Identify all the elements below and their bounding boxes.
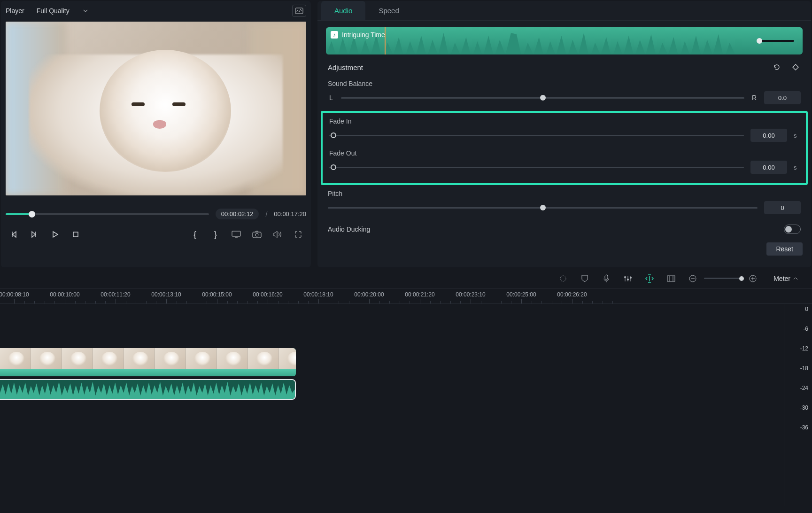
waveform-icon bbox=[326, 27, 803, 54]
scopes-button[interactable] bbox=[292, 5, 306, 17]
sound-balance-label: Sound Balance bbox=[328, 80, 801, 87]
minus-circle-icon bbox=[688, 274, 697, 283]
record-voiceover-button[interactable] bbox=[600, 272, 613, 285]
svg-point-9 bbox=[630, 277, 632, 279]
reset-button[interactable]: Reset bbox=[766, 242, 803, 256]
current-time[interactable]: 00:00:02:12 bbox=[216, 209, 259, 219]
timeline-ruler[interactable]: 00:00:08:1000:00:10:0000:00:11:2000:00:1… bbox=[0, 288, 812, 304]
fullscreen-button[interactable] bbox=[290, 227, 306, 242]
undo-icon bbox=[773, 63, 781, 71]
tab-audio[interactable]: Audio bbox=[321, 1, 365, 20]
prev-frame-button[interactable] bbox=[6, 227, 22, 242]
fade-in-label: Fade In bbox=[329, 117, 799, 125]
music-note-icon: ♪ bbox=[331, 31, 338, 39]
microphone-icon bbox=[603, 274, 610, 283]
audio-clip[interactable] bbox=[0, 379, 296, 400]
fade-out-unit: s bbox=[794, 164, 799, 171]
audio-meter: 0-6-12-18-24-30-36 bbox=[784, 304, 812, 506]
audio-track-name: Intriguing Time bbox=[342, 31, 385, 39]
quality-dropdown[interactable]: Full Quality bbox=[33, 5, 92, 16]
meter-toggle[interactable]: Meter bbox=[773, 275, 798, 282]
svg-rect-1 bbox=[73, 232, 78, 237]
total-duration: 00:00:17:20 bbox=[274, 210, 306, 218]
svg-rect-0 bbox=[295, 8, 303, 14]
meter-tick: -12 bbox=[800, 345, 808, 352]
plus-circle-icon bbox=[749, 274, 757, 283]
fade-out-slider[interactable] bbox=[329, 167, 744, 168]
sparkle-icon bbox=[559, 274, 567, 283]
fade-in-value[interactable]: 0.00 bbox=[750, 129, 787, 142]
fade-in-slider[interactable] bbox=[329, 135, 744, 136]
waveform-icon bbox=[0, 380, 295, 399]
keyframe-button[interactable] bbox=[790, 62, 801, 72]
meter-tick: -24 bbox=[800, 385, 808, 391]
audio-ducking-toggle[interactable] bbox=[784, 225, 801, 234]
ruler-label: 00:00:16:20 bbox=[253, 291, 282, 298]
adjust-clip-button[interactable] bbox=[665, 272, 678, 285]
ruler-label: 00:00:11:20 bbox=[101, 291, 130, 298]
track-end-handle[interactable] bbox=[759, 40, 794, 42]
video-clip[interactable] bbox=[0, 348, 296, 376]
meter-tick: -6 bbox=[803, 326, 808, 332]
audio-ducking-label: Audio Ducking bbox=[328, 225, 370, 233]
render-preview-button[interactable] bbox=[557, 272, 570, 285]
quality-value: Full Quality bbox=[37, 7, 70, 15]
audio-mixer-button[interactable] bbox=[621, 272, 634, 285]
mixer-icon bbox=[624, 275, 632, 282]
stop-button[interactable] bbox=[68, 227, 84, 242]
diamond-icon bbox=[792, 64, 799, 70]
auto-beat-sync-button[interactable] bbox=[643, 272, 656, 285]
ruler-label: 00:00:23:10 bbox=[456, 291, 485, 298]
video-preview[interactable] bbox=[6, 22, 306, 195]
adjustment-heading: Adjustment bbox=[328, 63, 363, 71]
audio-track-chip[interactable]: ♪Intriguing Time bbox=[326, 27, 803, 54]
ruler-label: 00:00:13:10 bbox=[151, 291, 181, 298]
ruler-label: 00:00:20:00 bbox=[354, 291, 384, 298]
reset-adjustment-button[interactable] bbox=[772, 62, 782, 72]
ruler-label: 00:00:21:20 bbox=[405, 291, 434, 298]
fade-in-unit: s bbox=[794, 132, 799, 139]
fade-out-label: Fade Out bbox=[329, 149, 799, 157]
play-button[interactable] bbox=[47, 227, 63, 242]
sound-balance-slider[interactable] bbox=[341, 97, 744, 99]
volume-button[interactable] bbox=[270, 227, 286, 242]
zoom-out-button[interactable] bbox=[686, 272, 699, 285]
balance-right-label: R bbox=[751, 94, 758, 101]
zoom-slider[interactable] bbox=[704, 278, 742, 279]
svg-point-4 bbox=[255, 233, 258, 236]
timeline: 00:00:08:1000:00:10:0000:00:11:2000:00:1… bbox=[0, 288, 812, 513]
pitch-slider[interactable] bbox=[328, 207, 758, 209]
zoom-in-button[interactable] bbox=[746, 272, 759, 285]
svg-rect-3 bbox=[253, 232, 261, 238]
fade-out-value[interactable]: 0.00 bbox=[750, 161, 787, 174]
caret-up-icon bbox=[793, 277, 798, 280]
properties-panel: Audio Speed ♪Intriguing Time Adjustment bbox=[317, 1, 811, 267]
fade-highlight-box: Fade In 0.00 s Fade Out 0.00 s bbox=[321, 111, 808, 185]
tab-speed[interactable]: Speed bbox=[365, 1, 412, 20]
svg-rect-10 bbox=[667, 276, 675, 281]
next-frame-button[interactable] bbox=[26, 227, 42, 242]
snapshot-button[interactable] bbox=[249, 227, 265, 242]
chevron-down-icon bbox=[83, 8, 88, 14]
svg-point-8 bbox=[627, 279, 629, 280]
meter-tick: 0 bbox=[805, 306, 808, 312]
player-title: Player bbox=[6, 7, 24, 15]
mark-out-button[interactable]: } bbox=[208, 227, 224, 242]
shield-icon bbox=[581, 274, 588, 283]
display-settings-button[interactable] bbox=[228, 227, 244, 242]
balance-left-label: L bbox=[328, 94, 334, 101]
mark-in-button[interactable]: { bbox=[187, 227, 203, 242]
ruler-label: 00:00:25:00 bbox=[506, 291, 536, 298]
sound-balance-value[interactable]: 0.0 bbox=[764, 91, 801, 104]
marker-button[interactable] bbox=[578, 272, 591, 285]
timeline-tracks[interactable]: 0-6-12-18-24-30-36 bbox=[0, 304, 812, 482]
ruler-label: 00:00:26:20 bbox=[557, 291, 587, 298]
svg-point-5 bbox=[560, 276, 566, 281]
playhead-scrubber[interactable] bbox=[6, 213, 209, 215]
pitch-value[interactable]: 0 bbox=[764, 201, 801, 214]
ruler-label: 00:00:08:10 bbox=[0, 291, 29, 298]
svg-rect-2 bbox=[232, 231, 240, 236]
crop-icon bbox=[667, 275, 675, 282]
meter-tick: -30 bbox=[800, 404, 808, 411]
meter-tick: -18 bbox=[800, 365, 808, 372]
